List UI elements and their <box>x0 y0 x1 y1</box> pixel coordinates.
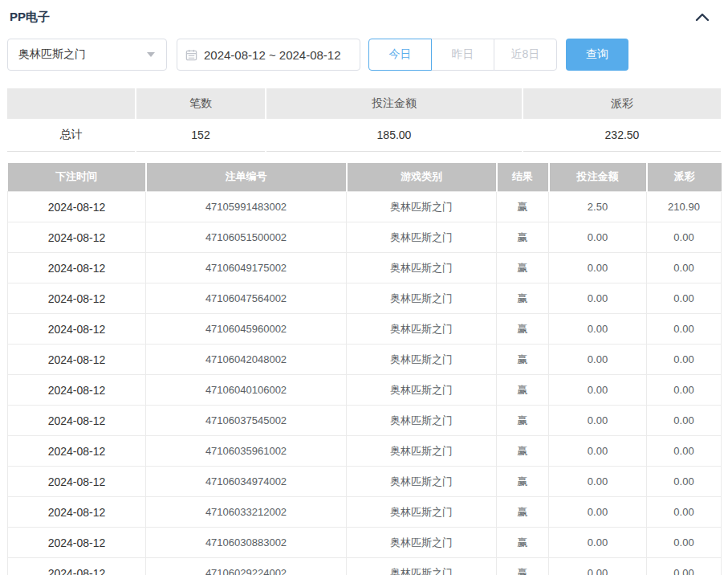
bet-amount-cell: 0.00 <box>549 467 647 497</box>
summary-col-blank <box>7 88 136 119</box>
bet-time-cell: 2024-08-12 <box>8 283 146 314</box>
bet-number-cell: 47106037545002 <box>146 406 347 436</box>
payout-cell: 0.00 <box>647 528 722 558</box>
records-col-bet-time: 下注时间 <box>8 163 146 192</box>
game-category-cell: 奥林匹斯之门 <box>347 406 497 436</box>
bet-amount-cell: 0.00 <box>549 283 647 314</box>
chevron-down-icon <box>147 52 155 57</box>
bet-amount-cell: 0.00 <box>549 406 647 436</box>
result-cell: 赢 <box>497 375 549 406</box>
result-cell: 赢 <box>497 253 549 283</box>
bet-time-cell: 2024-08-12 <box>8 253 146 283</box>
payout-cell: 0.00 <box>647 436 722 467</box>
bet-time-cell: 2024-08-12 <box>8 467 146 497</box>
table-row: 2024-08-1247106030883002奥林匹斯之门赢0.000.00 <box>8 528 722 558</box>
today-button[interactable]: 今日 <box>368 39 432 71</box>
result-cell: 赢 <box>497 283 549 314</box>
result-cell: 赢 <box>497 192 549 222</box>
bet-time-cell: 2024-08-12 <box>8 314 146 345</box>
bet-number-cell: 47106035961002 <box>146 436 347 467</box>
bet-amount-cell: 2.50 <box>549 192 647 222</box>
bet-amount-cell: 0.00 <box>549 222 647 253</box>
records-col-bet-number: 注单编号 <box>146 163 347 192</box>
result-cell: 赢 <box>497 436 549 467</box>
bet-amount-cell: 0.00 <box>549 528 647 558</box>
game-category-cell: 奥林匹斯之门 <box>347 222 497 253</box>
panel-header: PP电子 <box>7 8 721 26</box>
records-col-result: 结果 <box>497 163 549 192</box>
bet-time-cell: 2024-08-12 <box>8 406 146 436</box>
bet-number-cell: 47106040106002 <box>146 375 347 406</box>
bet-number-cell: 47106051500002 <box>146 222 347 253</box>
payout-cell: 210.90 <box>647 192 722 222</box>
payout-cell: 0.00 <box>647 283 722 314</box>
game-category-cell: 奥林匹斯之门 <box>347 467 497 497</box>
last-8-days-button[interactable]: 近8日 <box>494 39 557 71</box>
table-row: 2024-08-1247106035961002奥林匹斯之门赢0.000.00 <box>8 436 722 467</box>
game-select[interactable]: 奥林匹斯之门 <box>7 39 167 71</box>
game-category-cell: 奥林匹斯之门 <box>347 253 497 283</box>
bet-number-cell: 47106042048002 <box>146 345 347 375</box>
summary-total-row: 总计 152 185.00 232.50 <box>7 119 721 151</box>
query-button[interactable]: 查询 <box>566 39 628 71</box>
bet-number-cell: 47105991483002 <box>146 192 347 222</box>
summary-table: 笔数 投注金额 派彩 总计 152 185.00 232.50 <box>7 88 721 152</box>
bet-number-cell: 47106030883002 <box>146 528 347 558</box>
page-title: PP电子 <box>10 10 50 25</box>
table-row: 2024-08-1247106051500002奥林匹斯之门赢0.000.00 <box>8 222 722 253</box>
payout-cell: 0.00 <box>647 314 722 345</box>
bet-number-cell: 47106049175002 <box>146 253 347 283</box>
game-select-value: 奥林匹斯之门 <box>18 47 86 62</box>
summary-col-payout: 派彩 <box>523 88 721 119</box>
pp-electronic-report-panel: PP电子 奥林匹斯之门 2024-08-12 ~ 202 <box>0 0 728 575</box>
bet-amount-cell: 0.00 <box>549 345 647 375</box>
records-col-game-category: 游戏类别 <box>347 163 497 192</box>
result-cell: 赢 <box>497 406 549 436</box>
payout-cell: 0.00 <box>647 497 722 528</box>
payout-cell: 0.00 <box>647 253 722 283</box>
summary-total-count: 152 <box>136 119 266 151</box>
summary-col-bet-amount: 投注金额 <box>266 88 523 119</box>
result-cell: 赢 <box>497 314 549 345</box>
table-row: 2024-08-1247106049175002奥林匹斯之门赢0.000.00 <box>8 253 722 283</box>
result-cell: 赢 <box>497 528 549 558</box>
summary-total-label: 总计 <box>7 119 136 151</box>
bet-amount-cell: 0.00 <box>549 497 647 528</box>
date-range-picker[interactable]: 2024-08-12 ~ 2024-08-12 <box>177 39 360 71</box>
game-category-cell: 奥林匹斯之门 <box>347 436 497 467</box>
summary-header-row: 笔数 投注金额 派彩 <box>7 88 721 119</box>
bet-time-cell: 2024-08-12 <box>8 436 146 467</box>
payout-cell: 0.00 <box>647 222 722 253</box>
bet-number-cell: 47106033212002 <box>146 497 347 528</box>
filter-controls: 奥林匹斯之门 2024-08-12 ~ 2024-08-12 今日 昨日 近8日… <box>7 39 721 71</box>
payout-cell: 0.00 <box>647 558 722 575</box>
result-cell: 赢 <box>497 222 549 253</box>
table-row: 2024-08-1247106037545002奥林匹斯之门赢0.000.00 <box>8 406 722 436</box>
table-row: 2024-08-1247106033212002奥林匹斯之门赢0.000.00 <box>8 497 722 528</box>
bet-amount-cell: 0.00 <box>549 375 647 406</box>
quick-date-button-group: 今日 昨日 近8日 <box>368 39 557 71</box>
bet-time-cell: 2024-08-12 <box>8 558 146 575</box>
calendar-icon <box>185 49 197 61</box>
records-col-bet-amount: 投注金额 <box>549 163 647 192</box>
payout-cell: 0.00 <box>647 467 722 497</box>
bet-number-cell: 47106047564002 <box>146 283 347 314</box>
summary-total-payout: 232.50 <box>523 119 721 151</box>
game-category-cell: 奥林匹斯之门 <box>347 283 497 314</box>
game-category-cell: 奥林匹斯之门 <box>347 497 497 528</box>
result-cell: 赢 <box>497 497 549 528</box>
result-cell: 赢 <box>497 558 549 575</box>
game-category-cell: 奥林匹斯之门 <box>347 314 497 345</box>
summary-total-bet-amount: 185.00 <box>266 119 523 151</box>
bet-amount-cell: 0.00 <box>549 314 647 345</box>
bet-time-cell: 2024-08-12 <box>8 222 146 253</box>
records-table: 下注时间注单编号游戏类别结果投注金额派彩 2024-08-12471059914… <box>7 163 722 575</box>
summary-col-count: 笔数 <box>136 88 266 119</box>
yesterday-button[interactable]: 昨日 <box>431 39 494 71</box>
collapse-chevron-up-icon[interactable] <box>695 12 710 22</box>
game-category-cell: 奥林匹斯之门 <box>347 345 497 375</box>
payout-cell: 0.00 <box>647 406 722 436</box>
bet-amount-cell: 0.00 <box>549 253 647 283</box>
bet-time-cell: 2024-08-12 <box>8 375 146 406</box>
bet-number-cell: 47106045960002 <box>146 314 347 345</box>
